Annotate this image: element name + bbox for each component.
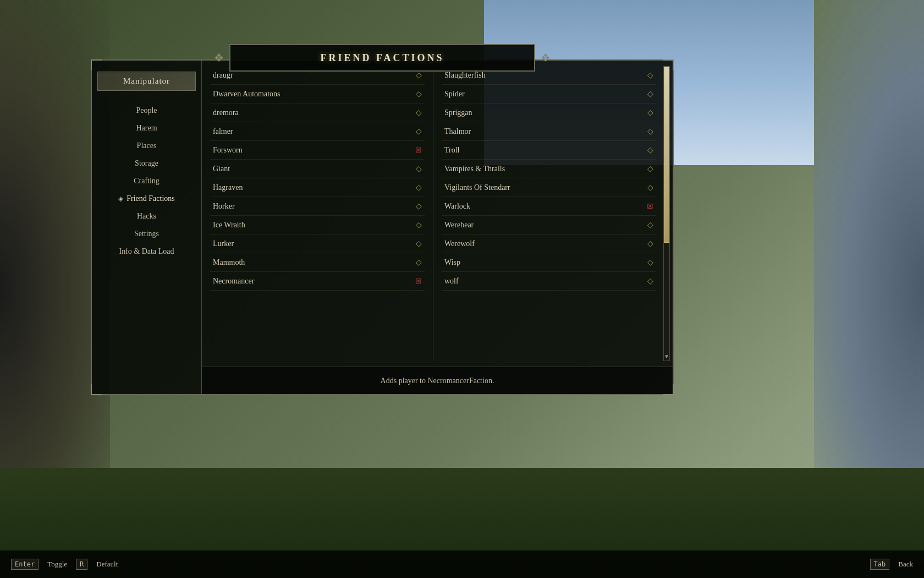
faction-name: Warlock bbox=[444, 202, 470, 211]
sidebar-item-hacks[interactable]: Hacks bbox=[92, 208, 201, 225]
faction-toggle-icon[interactable]: ◇ bbox=[647, 70, 653, 80]
sidebar-item-settings[interactable]: Settings bbox=[92, 225, 201, 243]
sidebar-item-friend-factions[interactable]: ◈Friend Factions bbox=[92, 190, 201, 208]
status-bar: Adds player to NecromancerFaction. bbox=[202, 367, 673, 394]
faction-name: falmer bbox=[213, 127, 233, 136]
sidebar-label-crafting: Crafting bbox=[134, 177, 160, 186]
faction-item-right-5[interactable]: Vampires & Thralls◇ bbox=[442, 160, 656, 178]
sidebar-header[interactable]: Manipulator bbox=[97, 72, 196, 91]
faction-item-right-11[interactable]: wolf◇ bbox=[442, 272, 656, 291]
faction-toggle-icon[interactable]: ◇ bbox=[416, 89, 422, 99]
key-label-tab: Back bbox=[898, 560, 913, 569]
faction-toggle-icon[interactable]: ⊠ bbox=[415, 276, 422, 286]
faction-toggle-icon[interactable]: ◇ bbox=[416, 127, 422, 136]
faction-name: wolf bbox=[444, 277, 459, 286]
faction-item-right-6[interactable]: Vigilants Of Stendarr◇ bbox=[442, 178, 656, 197]
faction-item-right-4[interactable]: Troll◇ bbox=[442, 141, 656, 160]
scrollbar-arrow-down[interactable]: ▼ bbox=[664, 353, 669, 361]
faction-toggle-icon[interactable]: ◇ bbox=[416, 70, 422, 80]
bottom-bar: EnterToggleRDefault TabBack bbox=[0, 550, 924, 578]
sidebar-label-friend-factions: Friend Factions bbox=[127, 194, 175, 203]
faction-name: Horker bbox=[213, 202, 235, 211]
faction-item-left-5[interactable]: Giant◇ bbox=[210, 160, 425, 178]
faction-column-right: Slaughterfish◇Spider◇Spriggan◇Thalmor◇Tr… bbox=[433, 61, 673, 367]
faction-toggle-icon[interactable]: ◇ bbox=[647, 220, 653, 230]
sidebar-label-places: Places bbox=[137, 141, 157, 150]
faction-name: Werebear bbox=[444, 221, 474, 230]
faction-item-right-2[interactable]: Spriggan◇ bbox=[442, 103, 656, 122]
faction-name: Spriggan bbox=[444, 108, 472, 117]
faction-item-left-2[interactable]: dremora◇ bbox=[210, 103, 425, 122]
faction-item-right-7[interactable]: Warlock⊠ bbox=[442, 197, 656, 216]
faction-toggle-icon[interactable]: ◇ bbox=[647, 89, 653, 99]
faction-item-left-1[interactable]: Dwarven Automatons◇ bbox=[210, 85, 425, 103]
faction-toggle-icon[interactable]: ◇ bbox=[416, 108, 422, 117]
sidebar-item-people[interactable]: People bbox=[92, 102, 201, 119]
bottom-controls-right: TabBack bbox=[870, 559, 913, 570]
faction-toggle-icon[interactable]: ⊠ bbox=[647, 201, 653, 211]
faction-toggle-icon[interactable]: ◇ bbox=[416, 239, 422, 248]
bottom-controls-left: EnterToggleRDefault bbox=[11, 559, 118, 570]
faction-toggle-icon[interactable]: ◇ bbox=[647, 276, 653, 286]
faction-toggle-icon[interactable]: ◇ bbox=[647, 183, 653, 192]
faction-item-left-3[interactable]: falmer◇ bbox=[210, 122, 425, 141]
key-badge-tab: Tab bbox=[870, 559, 890, 570]
faction-name: dremora bbox=[213, 108, 239, 117]
title-ornament-right: ❖ bbox=[541, 51, 551, 64]
scrollbar[interactable]: ▲ ▼ bbox=[663, 66, 670, 361]
scrollbar-thumb[interactable] bbox=[664, 67, 669, 243]
faction-toggle-icon[interactable]: ⊠ bbox=[415, 145, 422, 155]
faction-toggle-icon[interactable]: ◇ bbox=[416, 183, 422, 192]
faction-toggle-icon[interactable]: ◇ bbox=[647, 258, 653, 267]
sidebar-item-crafting[interactable]: Crafting bbox=[92, 172, 201, 190]
sidebar-label-hacks: Hacks bbox=[137, 212, 156, 221]
faction-toggle-icon[interactable]: ◇ bbox=[416, 164, 422, 173]
faction-toggle-icon[interactable]: ◇ bbox=[647, 127, 653, 136]
sidebar-item-info-data-load[interactable]: Info & Data Load bbox=[92, 243, 201, 260]
faction-item-right-9[interactable]: Werewolf◇ bbox=[442, 235, 656, 253]
status-text: Adds player to NecromancerFaction. bbox=[381, 377, 494, 385]
content-area: draugr◇Dwarven Automatons◇dremora◇falmer… bbox=[202, 61, 673, 367]
faction-item-right-10[interactable]: Wisp◇ bbox=[442, 253, 656, 272]
faction-toggle-icon[interactable]: ◇ bbox=[416, 258, 422, 267]
faction-name: draugr bbox=[213, 71, 233, 80]
faction-toggle-icon[interactable]: ◇ bbox=[647, 145, 653, 155]
title-ornament-left: ❖ bbox=[214, 51, 224, 64]
faction-toggle-icon[interactable]: ◇ bbox=[416, 201, 422, 211]
faction-name: Troll bbox=[444, 146, 460, 155]
sidebar-label-storage: Storage bbox=[135, 159, 158, 168]
sidebar-label-settings: Settings bbox=[134, 230, 159, 238]
faction-item-left-6[interactable]: Hagraven◇ bbox=[210, 178, 425, 197]
faction-item-left-9[interactable]: Lurker◇ bbox=[210, 235, 425, 253]
faction-item-left-7[interactable]: Horker◇ bbox=[210, 197, 425, 216]
key-label-r: Default bbox=[96, 560, 118, 569]
faction-toggle-icon[interactable]: ◇ bbox=[647, 164, 653, 173]
faction-item-left-11[interactable]: Necromancer⊠ bbox=[210, 272, 425, 291]
sidebar-item-places[interactable]: Places bbox=[92, 137, 201, 155]
faction-item-right-8[interactable]: Werebear◇ bbox=[442, 216, 656, 235]
faction-item-right-1[interactable]: Spider◇ bbox=[442, 85, 656, 103]
faction-item-right-3[interactable]: Thalmor◇ bbox=[442, 122, 656, 141]
main-panel: ❖ FRIEND FACTIONS ❖ Manipulator PeopleHa… bbox=[91, 59, 674, 395]
key-badge-r: R bbox=[76, 559, 87, 570]
faction-item-left-4[interactable]: Forsworn⊠ bbox=[210, 141, 425, 160]
sidebar-item-harem[interactable]: Harem bbox=[92, 119, 201, 137]
panel-title: FRIEND FACTIONS bbox=[320, 52, 444, 64]
sidebar-item-storage[interactable]: Storage bbox=[92, 155, 201, 172]
faction-name: Giant bbox=[213, 165, 230, 173]
faction-name: Vampires & Thralls bbox=[444, 165, 505, 173]
sidebar-label-harem: Harem bbox=[136, 124, 157, 133]
faction-toggle-icon[interactable]: ◇ bbox=[647, 239, 653, 248]
faction-name: Slaughterfish bbox=[444, 71, 486, 80]
faction-item-left-8[interactable]: Ice Wraith◇ bbox=[210, 216, 425, 235]
faction-name: Spider bbox=[444, 90, 465, 99]
faction-name: Lurker bbox=[213, 239, 234, 248]
faction-toggle-icon[interactable]: ◇ bbox=[647, 108, 653, 117]
faction-name: Mammoth bbox=[213, 258, 245, 267]
faction-item-left-10[interactable]: Mammoth◇ bbox=[210, 253, 425, 272]
faction-name: Dwarven Automatons bbox=[213, 90, 280, 99]
faction-column-left: draugr◇Dwarven Automatons◇dremora◇falmer… bbox=[202, 61, 433, 367]
faction-toggle-icon[interactable]: ◇ bbox=[416, 220, 422, 230]
faction-name: Thalmor bbox=[444, 127, 471, 136]
sidebar-icon-friend-factions: ◈ bbox=[118, 195, 123, 203]
